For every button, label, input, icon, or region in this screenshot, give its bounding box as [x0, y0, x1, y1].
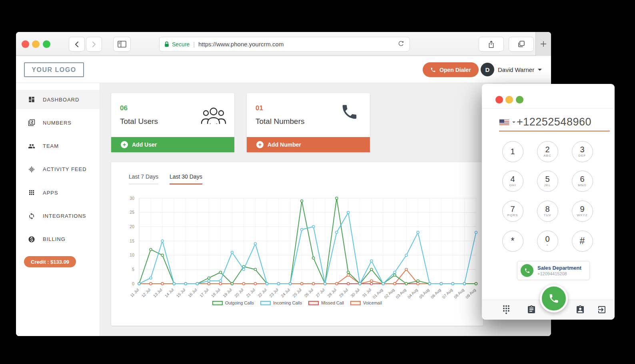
input-underline [499, 131, 610, 131]
dialpad-icon[interactable] [501, 305, 511, 316]
svg-text:07 Aug: 07 Aug [441, 288, 453, 300]
share-button[interactable] [479, 37, 504, 52]
key-letters: + [546, 243, 549, 247]
phone-number-input[interactable]: +12252548960 [517, 116, 591, 128]
key-letters: GHI [509, 183, 516, 187]
legend-item-voicemail: Voicemail [350, 300, 382, 305]
avatar[interactable]: D [481, 63, 494, 76]
key-digit: 1 [510, 147, 515, 156]
legend-label: Incoming Calls [273, 300, 302, 305]
country-flag-icon[interactable] [499, 119, 509, 125]
phone-icon [340, 103, 359, 123]
sidebar-item-numbers[interactable]: NUMBERS [16, 113, 100, 132]
key-1[interactable]: 1 [502, 141, 523, 162]
key-digit: 2 [545, 145, 549, 154]
plus-icon: + [121, 141, 128, 148]
address-bar[interactable]: Secure | https://www.phone.yourcrm.com [159, 37, 410, 52]
reload-icon[interactable] [397, 40, 405, 48]
url-text: https://www.phone.yourcrm.com [198, 41, 397, 48]
contacts-icon[interactable] [575, 305, 585, 316]
logo[interactable]: YOUR LOGO [24, 62, 84, 77]
sidebar-item-integrations[interactable]: INTEGRATIONS [16, 207, 100, 226]
sidebar-item-label: ACTIVITY FEED [43, 166, 87, 172]
close-window-button[interactable] [22, 40, 29, 48]
chevron-down-icon [538, 69, 542, 71]
key-7[interactable]: 7PQRS [502, 201, 523, 222]
svg-text:01 Aug: 01 Aug [372, 288, 384, 300]
svg-text:0: 0 [132, 281, 134, 286]
sidebar-item-billing[interactable]: BILLING [16, 230, 100, 249]
chart-range-tabs: Last 7 DaysLast 30 Days [129, 173, 202, 185]
minimize-window-button[interactable] [505, 96, 513, 103]
users-count: 06 [120, 104, 128, 112]
key-0[interactable]: 0+ [537, 231, 558, 252]
key-digit: 8 [545, 205, 549, 213]
phone-icon [521, 264, 533, 277]
new-tab-button[interactable] [535, 32, 551, 56]
key-letters: ABC [543, 154, 551, 157]
key-digit: 7 [510, 205, 515, 213]
tab-overview-button[interactable] [509, 37, 534, 52]
key-letters: JKL [544, 183, 551, 187]
svg-text:13 Jul: 13 Jul [152, 288, 163, 298]
sidebar-item-dashboard[interactable]: DASHBOARD [16, 90, 100, 109]
key-3[interactable]: 3DEF [572, 141, 593, 162]
calls-chart-card: Last 7 DaysLast 30 Days 05101520253011 J… [111, 162, 483, 326]
tabs-icon [517, 40, 525, 48]
contact-suggestion[interactable]: Sales Department +12094415208 [517, 261, 590, 280]
chevron-left-icon [74, 41, 80, 48]
key-digit: 4 [510, 175, 515, 183]
svg-text:17 Jul: 17 Jul [199, 288, 210, 298]
legend-swatch [350, 301, 361, 305]
zoom-window-button[interactable] [516, 96, 523, 103]
logout-icon[interactable] [597, 305, 607, 316]
sidebar-item-label: APPS [43, 190, 58, 196]
key-9[interactable]: 9WXYZ [572, 201, 593, 222]
add-number-button[interactable]: + Add Number [247, 137, 370, 152]
back-button[interactable] [69, 37, 85, 52]
key-8[interactable]: 8TUV [537, 201, 558, 222]
minimize-window-button[interactable] [32, 40, 40, 48]
key-letters: MNO [578, 183, 587, 187]
add-user-button[interactable]: + Add User [111, 137, 234, 152]
svg-text:12 Jul: 12 Jul [141, 288, 152, 298]
key-2[interactable]: 2ABC [537, 141, 558, 162]
sidebar-item-activity-feed[interactable]: ACTIVITY FEED [16, 160, 100, 179]
browser-toolbar: Secure | https://www.phone.yourcrm.com [16, 32, 551, 56]
sidebar-item-label: BILLING [43, 236, 66, 242]
svg-text:10: 10 [130, 253, 134, 257]
svg-text:03 Aug: 03 Aug [395, 288, 407, 300]
chevron-down-icon [512, 121, 515, 123]
contact-number: +12094415208 [537, 271, 581, 276]
user-menu[interactable]: David Warner [498, 56, 542, 83]
key-5[interactable]: 5JKL [537, 171, 558, 192]
call-button[interactable] [540, 284, 568, 312]
key-star[interactable]: * [502, 231, 523, 252]
key-hash[interactable]: # [572, 231, 593, 252]
credit-badge: Credit : $133.09 [24, 256, 76, 267]
zoom-window-button[interactable] [43, 40, 50, 48]
open-dialer-button[interactable]: Open Dialer [423, 62, 479, 77]
team-icon [28, 143, 35, 150]
call-log-icon[interactable] [527, 305, 536, 316]
numbers-icon [28, 119, 35, 126]
users-group-icon [201, 107, 226, 126]
sidebar-item-label: DASHBOARD [43, 97, 79, 103]
key-4[interactable]: 4GHI [502, 171, 523, 192]
sidebar-item-team[interactable]: TEAM [16, 137, 100, 156]
svg-text:5: 5 [132, 267, 134, 272]
sidebar-item-label: INTEGRATIONS [43, 213, 86, 219]
contact-name: Sales Department [537, 265, 581, 271]
svg-text:11 Jul: 11 Jul [129, 288, 140, 298]
svg-text:20: 20 [130, 224, 134, 229]
sidebar-item-apps[interactable]: APPS [16, 183, 100, 202]
forward-button[interactable] [86, 37, 102, 52]
key-digit: 0 [545, 235, 549, 243]
sidebar-toggle-button[interactable] [113, 37, 131, 52]
close-window-button[interactable] [495, 96, 503, 103]
sidebar-icon [118, 41, 126, 48]
tab-last-30-days[interactable]: Last 30 Days [170, 173, 202, 185]
tab-last-7-days[interactable]: Last 7 Days [129, 173, 158, 185]
plus-icon [540, 41, 547, 47]
key-6[interactable]: 6MNO [572, 171, 593, 192]
